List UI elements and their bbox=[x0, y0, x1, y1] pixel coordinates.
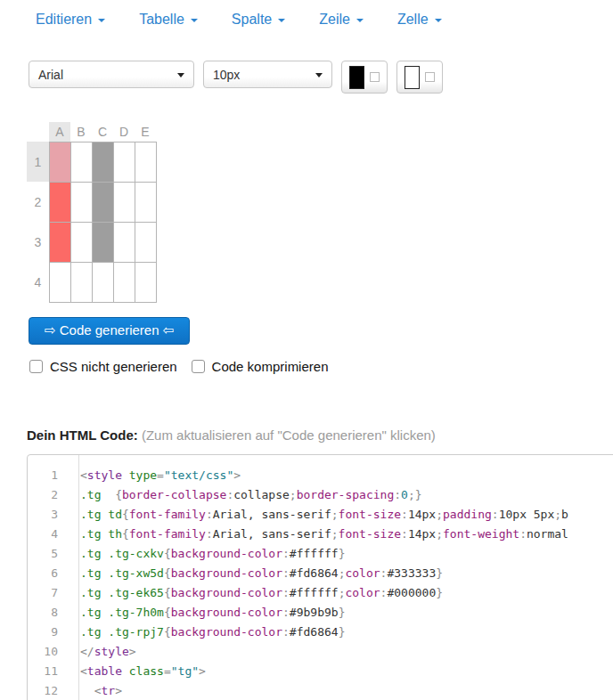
code-token: font-size bbox=[339, 527, 401, 541]
generate-code-button[interactable]: ⇨ Code generieren ⇦ bbox=[29, 317, 190, 345]
menu-spalte[interactable]: Spalte bbox=[232, 12, 285, 28]
code-token: #9b9b9b bbox=[290, 606, 339, 619]
grid-row bbox=[50, 223, 157, 263]
menu-zelle[interactable]: Zelle bbox=[397, 12, 442, 28]
menu-label: Zeile bbox=[319, 12, 350, 28]
code-token: { bbox=[122, 527, 129, 541]
code-token: th bbox=[108, 527, 122, 541]
chevron-down-icon bbox=[191, 19, 198, 22]
font-family-value: Arial bbox=[38, 68, 63, 82]
grid-row-header-2[interactable]: 2 bbox=[27, 182, 49, 222]
grid-cell-B2[interactable] bbox=[71, 183, 93, 223]
font-family-select[interactable]: Arial bbox=[29, 61, 194, 88]
line-number: 4 bbox=[28, 525, 69, 544]
code-token: ; bbox=[436, 527, 443, 541]
menu-editieren[interactable]: Editieren bbox=[36, 12, 105, 28]
code-token: { bbox=[164, 625, 171, 639]
code-token bbox=[80, 684, 94, 697]
grid-cell-E3[interactable] bbox=[135, 223, 157, 263]
code-token: : bbox=[394, 488, 401, 501]
code-token: } bbox=[415, 488, 422, 501]
grid-cell-A4[interactable] bbox=[50, 263, 71, 303]
grid-col-header-C[interactable]: C bbox=[92, 122, 113, 142]
grid-cell-B1[interactable] bbox=[71, 142, 93, 183]
code-token: style bbox=[87, 468, 122, 482]
font-size-select[interactable]: 10px bbox=[203, 61, 332, 88]
checkbox-compress[interactable] bbox=[192, 360, 205, 373]
code-token: Arial, sans-serif bbox=[213, 508, 331, 521]
code-token: padding bbox=[443, 508, 492, 521]
code-token: 14px bbox=[408, 527, 436, 541]
output-title: Dein HTML Code: bbox=[27, 427, 138, 443]
code-token: > bbox=[129, 645, 136, 658]
code-token: table bbox=[87, 664, 122, 678]
code-token: } bbox=[436, 566, 443, 580]
menu-tabelle[interactable]: Tabelle bbox=[139, 12, 198, 28]
grid-cell-A2[interactable] bbox=[50, 183, 71, 223]
option-compress: Code komprimieren bbox=[192, 359, 329, 374]
grid-cell-E4[interactable] bbox=[135, 263, 157, 303]
chevron-down-icon bbox=[315, 73, 323, 77]
grid-col-header-A[interactable]: A bbox=[49, 122, 70, 142]
code-token: = bbox=[157, 468, 164, 482]
grid-cell-E2[interactable] bbox=[135, 183, 157, 223]
chevron-down-icon bbox=[356, 19, 364, 22]
grid-row-header-1[interactable]: 1 bbox=[27, 142, 49, 182]
code-token: { bbox=[164, 586, 171, 599]
grid-cell-D3[interactable] bbox=[114, 223, 135, 263]
line-number: 7 bbox=[28, 583, 69, 603]
code-line: 11<table class="tg"> bbox=[28, 662, 613, 681]
code-token: { bbox=[115, 488, 122, 501]
grid-cell-C1[interactable] bbox=[93, 142, 114, 183]
code-token: background-color bbox=[171, 606, 282, 619]
chevron-down-icon bbox=[177, 73, 184, 77]
code-token: : bbox=[206, 508, 213, 521]
grid-col-header-E[interactable]: E bbox=[135, 122, 156, 142]
code-token: font-family bbox=[129, 527, 206, 541]
grid-row-header-4[interactable]: 4 bbox=[27, 262, 49, 302]
grid-cell-C3[interactable] bbox=[93, 223, 114, 263]
line-number: 10 bbox=[28, 642, 69, 662]
code-token: : bbox=[492, 508, 499, 521]
code-token: : bbox=[282, 606, 290, 619]
code-token: #000000 bbox=[387, 586, 436, 599]
code-token: : bbox=[401, 527, 408, 541]
code-line: 9.tg .tg-rpj7{background-color:#fd6864} bbox=[28, 623, 613, 642]
grid-cell-D2[interactable] bbox=[114, 183, 135, 223]
grid-cells bbox=[49, 142, 157, 303]
output-heading: Dein HTML Code: (Zum aktualisieren auf "… bbox=[27, 427, 613, 443]
menu-zeile[interactable]: Zeile bbox=[319, 12, 364, 28]
grid-row-header-3[interactable]: 3 bbox=[27, 222, 49, 262]
code-line: 3.tg td{font-family:Arial, sans-serif;fo… bbox=[28, 505, 613, 525]
background-color-picker-button[interactable] bbox=[396, 61, 443, 94]
code-token: collapse bbox=[233, 488, 290, 501]
text-color-picker-button[interactable] bbox=[341, 61, 388, 94]
grid-col-header-D[interactable]: D bbox=[113, 122, 135, 142]
code-token: color bbox=[345, 586, 380, 599]
grid-cell-C2[interactable] bbox=[93, 183, 114, 223]
code-token: { bbox=[164, 566, 171, 580]
grid-cell-A3[interactable] bbox=[50, 223, 71, 263]
code-line: 4.tg th{font-family:Arial, sans-serif;fo… bbox=[28, 525, 613, 544]
code-text: <tr> bbox=[69, 681, 122, 700]
code-token: 10px 5px bbox=[499, 508, 555, 521]
grid-col-header-B[interactable]: B bbox=[70, 122, 92, 142]
code-token: Arial, sans-serif bbox=[213, 527, 331, 541]
grid-cell-B3[interactable] bbox=[71, 223, 93, 263]
grid-cell-D4[interactable] bbox=[114, 263, 135, 303]
option-label: CSS nicht generieren bbox=[50, 359, 177, 374]
grid-cell-B4[interactable] bbox=[71, 263, 93, 303]
chevron-down-icon bbox=[98, 19, 105, 22]
line-number: 8 bbox=[28, 603, 69, 623]
code-line: 10</style> bbox=[28, 642, 613, 662]
grid-cell-D1[interactable] bbox=[114, 142, 135, 183]
grid-cell-E1[interactable] bbox=[135, 142, 157, 183]
gutter-separator bbox=[78, 455, 79, 700]
code-token: style bbox=[94, 645, 129, 658]
grid-cell-C4[interactable] bbox=[93, 263, 114, 303]
grid-cell-A1[interactable] bbox=[50, 142, 71, 183]
html-code-output[interactable]: 1<style type="text/css">2.tg {border-col… bbox=[27, 454, 613, 700]
checkbox-no-css[interactable] bbox=[29, 360, 43, 373]
code-token: font-weight bbox=[443, 527, 519, 541]
code-token: .tg-ek65 bbox=[108, 586, 164, 599]
